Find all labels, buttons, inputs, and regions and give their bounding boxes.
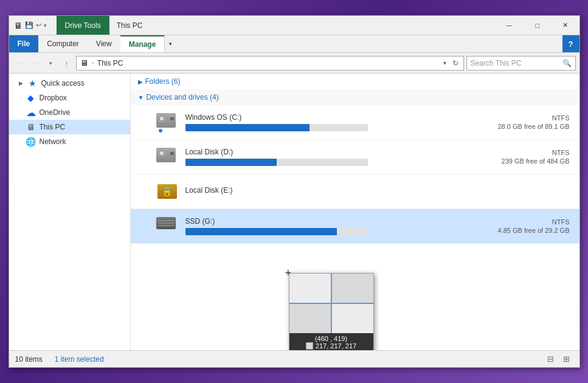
title-bar: 🖥 💾 ↩ ▾ Drive Tools This PC ─ □ ✕ [9,16,579,35]
sidebar-item-onedrive[interactable]: ☁ OneDrive [9,105,130,120]
sidebar-label-dropbox: Dropbox [40,94,67,102]
drive-name-g: SSD (G:) [185,217,472,226]
magnifier-canvas [289,274,373,333]
tab-computer[interactable]: Computer [38,35,88,52]
dropbox-icon: ◆ [26,93,36,103]
undo-icon[interactable]: ↩ [36,21,41,29]
drive-fs-g: NTFS [552,218,570,226]
magnifier-color-swatch [306,342,313,350]
sidebar-item-network[interactable]: 🌐 Network [9,134,130,149]
status-view-icons: ⊟ ⊞ [544,353,573,366]
onedrive-icon: ☁ [26,108,36,117]
window-controls: ─ □ ✕ [496,16,579,35]
help-button[interactable]: ? [562,35,579,52]
ribbon-tabs: File Computer View Manage ▾ ? [9,35,579,52]
path-computer-icon: 🖥 [80,58,88,67]
ribbon-dropdown-arrow[interactable]: ▾ [164,35,176,52]
tab-view[interactable]: View [88,35,120,52]
drive-bar-fill-c [185,124,310,131]
back-button[interactable]: ← [13,57,26,70]
magnifier-color-row: 217, 217, 217 [293,342,370,350]
drive-item-d[interactable]: Local Disk (D:) NTFS 239 GB free of 484 … [131,140,579,174]
drive-bar-fill-d [185,159,277,166]
sidebar-label-network: Network [40,137,66,146]
drive-item-e[interactable]: 🔒 Local Disk (E:) [131,174,579,209]
drive-fs-c: NTFS [552,114,570,122]
drive-icon-g [155,214,179,238]
drive-space-g: 4.85 GB free of 29.2 GB [497,227,569,234]
main-area: ▶ ★ Quick access ◆ Dropbox ☁ OneDrive 🖥 … [9,74,579,350]
tab-manage[interactable]: Manage [120,35,165,52]
drive-meta-g: NTFS 4.85 GB free of 29.2 GB [472,218,570,234]
sidebar-item-this-pc[interactable]: 🖥 This PC [9,120,130,134]
drive-meta-d: NTFS 239 GB free of 484 GB [472,149,570,165]
breadcrumb-this-pc: This PC [97,59,123,67]
title-dropdown-icon[interactable]: ▾ [44,22,47,29]
drive-tools-tab[interactable]: Drive Tools [57,16,109,35]
sidebar-item-dropbox[interactable]: ◆ Dropbox [9,91,130,105]
window-title: This PC [112,21,496,30]
up-button[interactable]: ↑ [60,57,74,70]
folders-section-label: Folders (6) [145,77,181,86]
view-large-icons-button[interactable]: ⊞ [560,353,573,366]
ribbon: File Computer View Manage ▾ ? [9,35,579,53]
close-button[interactable]: ✕ [552,16,579,35]
drive-info-e: Local Disk (E:) [185,186,472,197]
this-pc-icon: 🖥 [26,122,36,132]
tab-file[interactable]: File [9,35,39,52]
folders-section-header[interactable]: ▶ Folders (6) [131,74,579,89]
drive-icon-c [155,110,179,134]
folders-chevron-icon: ▶ [138,78,143,85]
drive-icon-d [155,145,179,169]
view-details-button[interactable]: ⊟ [544,353,558,366]
recent-button[interactable]: ▾ [44,57,58,70]
quick-access-icon: ★ [28,78,38,88]
address-bar: ← → ▾ ↑ 🖥 › This PC ▾ ↻ Search This PC 🔍 [9,53,579,74]
content-area: ▶ Folders (6) ▼ Devices and drives (4) [131,74,579,350]
address-chevron-icon[interactable]: ▾ [441,60,449,66]
sidebar-label-quick-access: Quick access [41,79,85,88]
drive-name-c: Windows OS (C:) [185,113,472,122]
search-icon[interactable]: 🔍 [562,59,572,67]
drive-info-g: SSD (G:) [185,217,472,235]
magnifier-color-value: 217, 217, 217 [316,342,356,350]
search-box[interactable]: Search This PC 🔍 [466,56,576,71]
drive-bar-g [185,228,368,235]
refresh-button[interactable]: ↻ [451,59,460,67]
drive-item-g[interactable]: SSD (G:) NTFS 4.85 GB free of 29.2 GB [131,209,579,244]
drive-info-d: Local Disk (D:) [185,148,472,166]
title-bar-left: 🖥 💾 ↩ ▾ [9,16,52,35]
drive-icon-e: 🔒 [155,179,179,204]
drive-name-d: Local Disk (D:) [185,148,472,156]
drive-space-d: 239 GB free of 484 GB [502,157,570,165]
magnifier-popup: (460 , 419) 217, 217, 217 [289,273,374,350]
forward-button[interactable]: → [29,57,42,70]
window-icon: 🖥 [14,21,22,30]
search-label: Search This PC [471,59,522,67]
drive-item-c[interactable]: Windows OS (C:) NTFS 28.0 GB free of 89.… [131,105,579,140]
quick-access-chevron: ▶ [19,80,23,86]
drive-meta-c: NTFS 28.0 GB free of 89.1 GB [472,114,570,130]
selected-label: 1 item selected [55,355,104,364]
network-icon: 🌐 [26,137,36,147]
sidebar: ▶ ★ Quick access ◆ Dropbox ☁ OneDrive 🖥 … [9,74,131,350]
drive-name-e: Local Disk (E:) [185,186,472,195]
item-count: 10 items [15,355,43,364]
cursor-area: + (46 [286,273,372,350]
minimize-button[interactable]: ─ [496,16,524,35]
devices-chevron-icon: ▼ [138,94,144,101]
quick-save-icon[interactable]: 💾 [25,21,33,29]
main-window: 🖥 💾 ↩ ▾ Drive Tools This PC ─ □ ✕ File C… [9,15,580,368]
drive-bar-c [185,124,368,131]
magnifier-coords: (460 , 419) 217, 217, 217 [289,333,373,350]
devices-section-label: Devices and drives (4) [146,93,218,102]
devices-section-header[interactable]: ▼ Devices and drives (4) [131,89,579,105]
drive-bar-d [185,159,368,166]
drive-bar-fill-g [185,228,337,235]
status-bar: 10 items 1 item selected ⊟ ⊞ [9,350,579,367]
address-input[interactable]: 🖥 › This PC ▾ ↻ [76,56,464,71]
maximize-button[interactable]: □ [524,16,552,35]
drive-space-c: 28.0 GB free of 89.1 GB [497,123,569,130]
magnifier-crosshair-vertical [331,274,332,333]
sidebar-item-quick-access[interactable]: ▶ ★ Quick access [9,76,130,91]
